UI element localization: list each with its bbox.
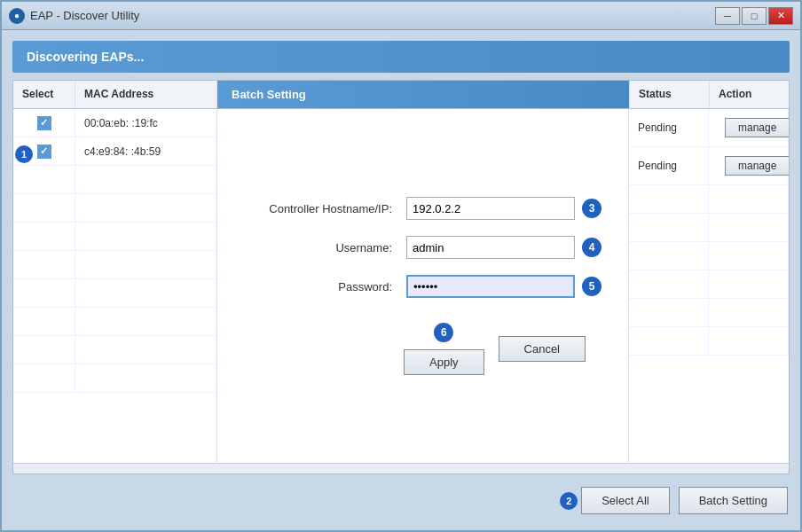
- hostname-row: Controller Hostname/IP: 3: [244, 197, 602, 220]
- password-row: Password: 5: [244, 275, 602, 298]
- select-all-button[interactable]: Select All: [581, 487, 669, 514]
- manage-button-row1[interactable]: manage: [725, 118, 789, 137]
- hostname-input-wrap: 3: [406, 197, 602, 220]
- main-content: Discovering EAPs... Select MAC Address B…: [2, 30, 800, 530]
- right-row: Pending manage: [629, 147, 789, 185]
- mac-cell: c4:e9:84: :4b:59: [75, 137, 217, 165]
- apply-button[interactable]: Apply: [404, 349, 484, 375]
- close-button[interactable]: ✕: [768, 7, 793, 25]
- hostname-input[interactable]: [406, 197, 575, 220]
- table-row: [13, 336, 216, 364]
- action-cell: manage: [709, 147, 789, 184]
- table-area: Select MAC Address Batch Setting Status …: [12, 80, 790, 474]
- window-title: EAP - Discover Utility: [30, 9, 139, 22]
- title-bar-left: ● EAP - Discover Utility: [9, 8, 139, 24]
- right-row: [629, 214, 789, 242]
- batch-setting-panel: Controller Hostname/IP: 3 Username: 4: [217, 109, 629, 463]
- table-row: [13, 194, 216, 223]
- horizontal-scrollbar[interactable]: [13, 463, 789, 473]
- title-bar: ● EAP - Discover Utility ─ □ ✕: [2, 2, 800, 30]
- col-batch: Batch Setting: [217, 81, 629, 109]
- bottom-bar: 2 Select All Batch Setting: [12, 481, 790, 520]
- badge-4: 4: [582, 238, 602, 257]
- badge-3: 3: [582, 199, 602, 218]
- batch-setting-button[interactable]: Batch Setting: [679, 487, 788, 514]
- right-row: [629, 299, 789, 327]
- table-row: [13, 279, 216, 308]
- select-cell: [13, 109, 75, 137]
- main-window: ● EAP - Discover Utility ─ □ ✕ Discoveri…: [0, 0, 802, 532]
- right-columns: Pending manage Pending manage: [629, 109, 789, 463]
- select-all-wrap: 2 Select All: [581, 487, 669, 514]
- select-cell: 1: [13, 137, 75, 165]
- table-body: 00:0a:eb: :19:fc 1 c4:e9:84: :4b:59: [13, 109, 789, 463]
- form-buttons: 6 Apply Cancel: [404, 323, 602, 375]
- left-columns: 00:0a:eb: :19:fc 1 c4:e9:84: :4b:59: [13, 109, 217, 463]
- window-controls: ─ □ ✕: [715, 7, 793, 25]
- right-row: [629, 270, 789, 299]
- right-row: [629, 185, 789, 214]
- table-header: Select MAC Address Batch Setting Status …: [13, 81, 789, 109]
- table-row: [13, 223, 216, 251]
- right-row: [629, 327, 789, 356]
- col-action: Action: [709, 81, 789, 109]
- status-cell: Pending: [629, 147, 709, 184]
- restore-button[interactable]: □: [742, 7, 767, 25]
- manage-button-row2[interactable]: manage: [725, 156, 789, 176]
- username-row: Username: 4: [244, 236, 602, 259]
- table-row: [13, 308, 216, 336]
- table-row: 00:0a:eb: :19:fc: [13, 109, 216, 137]
- status-cell: Pending: [629, 109, 709, 146]
- right-row: Pending manage: [629, 109, 789, 147]
- table-row: 1 c4:e9:84: :4b:59: [13, 137, 216, 166]
- badge-5: 5: [582, 277, 602, 296]
- col-mac: MAC Address: [75, 81, 217, 109]
- table-row: [13, 364, 216, 393]
- right-row: [629, 242, 789, 270]
- cancel-button[interactable]: Cancel: [499, 336, 586, 362]
- table-row: [13, 251, 216, 279]
- badge-1: 1: [15, 145, 33, 163]
- password-input-wrap: 5: [406, 275, 602, 298]
- badge-6: 6: [434, 323, 453, 342]
- username-input[interactable]: [406, 236, 575, 259]
- discovering-bar: Discovering EAPs...: [12, 41, 790, 73]
- app-icon: ●: [9, 8, 25, 24]
- password-input[interactable]: [406, 275, 575, 298]
- apply-wrap: 6 Apply: [404, 323, 484, 375]
- mac-cell: 00:0a:eb: :19:fc: [75, 109, 217, 137]
- checkbox-row2[interactable]: [37, 145, 51, 159]
- table-row: [13, 166, 216, 194]
- action-cell: manage: [709, 109, 789, 146]
- checkbox-row1[interactable]: [37, 116, 51, 130]
- col-select: Select: [13, 81, 75, 109]
- password-label: Password:: [244, 280, 392, 293]
- minimize-button[interactable]: ─: [715, 7, 740, 25]
- badge-2: 2: [560, 492, 578, 510]
- username-input-wrap: 4: [406, 236, 602, 259]
- hostname-label: Controller Hostname/IP:: [244, 202, 392, 215]
- username-label: Username:: [244, 241, 392, 254]
- col-status: Status: [629, 81, 709, 109]
